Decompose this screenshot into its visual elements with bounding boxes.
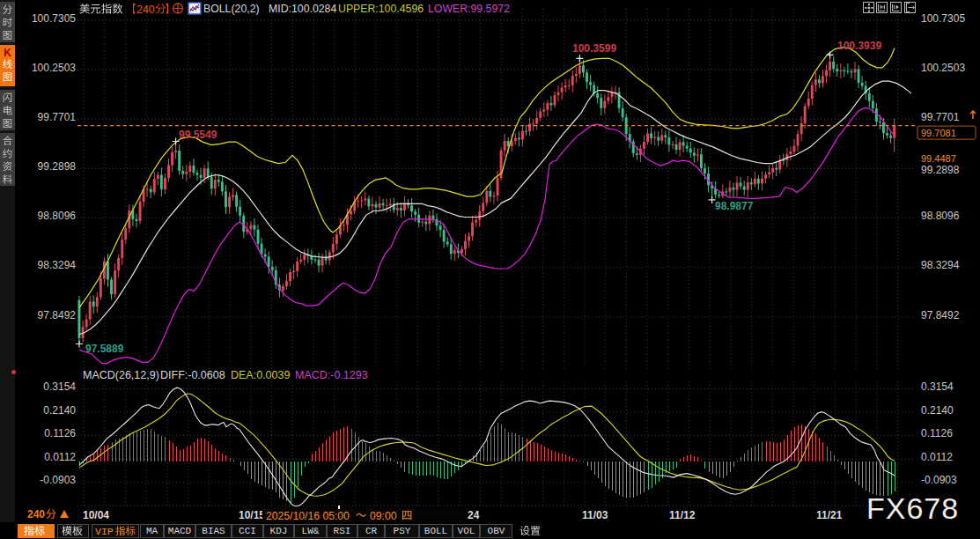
svg-text:K: K <box>4 47 11 59</box>
svg-text:VIP: VIP <box>95 526 114 537</box>
